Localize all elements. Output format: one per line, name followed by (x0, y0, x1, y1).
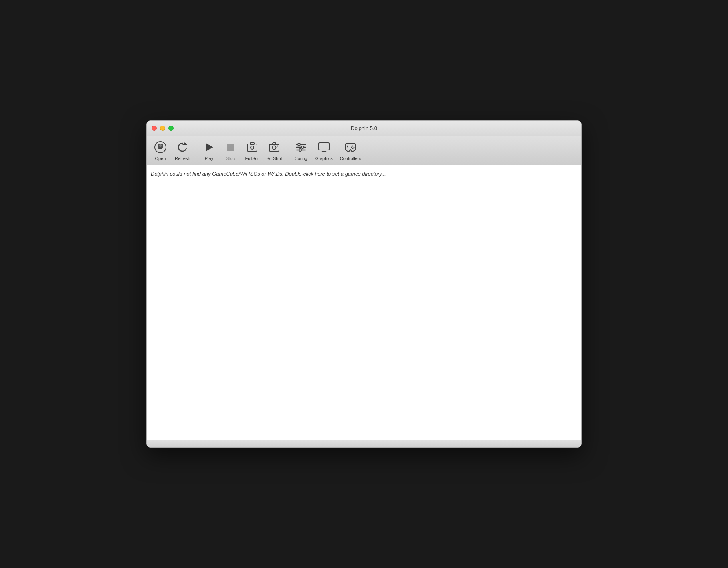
svg-point-19 (299, 149, 301, 151)
svg-point-27 (351, 147, 352, 148)
monitor-icon (317, 140, 331, 154)
gamepad-icon (343, 140, 358, 154)
scrshot-button[interactable]: ScrShot (263, 138, 285, 162)
title-bar: Dolphin 5.0 (147, 121, 581, 136)
open-label: Open (155, 156, 166, 161)
status-bar (147, 440, 581, 447)
controllers-button[interactable]: Controllers (337, 138, 364, 162)
open-disc-icon (153, 140, 168, 154)
graphics-button[interactable]: Graphics (312, 138, 336, 162)
close-button[interactable] (152, 126, 157, 131)
fullscreen-icon (245, 140, 259, 154)
divider-2 (288, 140, 288, 160)
svg-marker-6 (206, 143, 213, 151)
refresh-button[interactable]: Refresh (172, 138, 194, 162)
controllers-label: Controllers (340, 156, 361, 161)
config-label: Config (295, 156, 307, 161)
svg-point-28 (352, 148, 354, 149)
divider-1 (196, 140, 196, 160)
play-button[interactable]: Play (199, 138, 220, 162)
refresh-label: Refresh (175, 156, 190, 161)
config-sliders-icon (294, 140, 308, 154)
stop-label: Stop (226, 156, 235, 161)
svg-marker-5 (182, 142, 187, 145)
dolphin-window: Dolphin 5.0 Open (146, 120, 582, 448)
graphics-label: Graphics (315, 156, 333, 161)
svg-point-25 (352, 146, 354, 147)
stop-icon (224, 140, 238, 154)
svg-rect-8 (247, 144, 257, 151)
minimize-button[interactable] (160, 126, 165, 131)
svg-rect-7 (227, 144, 234, 151)
fullscr-label: FullScr (245, 156, 259, 161)
svg-point-12 (273, 146, 276, 150)
camera-icon (267, 140, 281, 154)
svg-point-17 (298, 143, 300, 146)
stop-button[interactable]: Stop (220, 138, 241, 162)
svg-point-26 (354, 147, 355, 148)
maximize-button[interactable] (168, 126, 174, 131)
svg-point-13 (277, 146, 278, 147)
svg-rect-4 (158, 148, 159, 149)
svg-point-3 (159, 144, 162, 147)
svg-point-10 (251, 146, 254, 149)
content-area[interactable]: Dolphin could not find any GameCube/Wii … (147, 165, 581, 440)
open-button[interactable]: Open (150, 138, 171, 162)
play-icon (202, 140, 216, 154)
config-button[interactable]: Config (291, 138, 311, 162)
toolbar: Open Refresh Play (147, 136, 581, 165)
window-title: Dolphin 5.0 (351, 125, 377, 131)
scrshot-label: ScrShot (267, 156, 282, 161)
refresh-icon (175, 140, 190, 154)
window-controls (152, 126, 174, 131)
no-games-message[interactable]: Dolphin could not find any GameCube/Wii … (147, 165, 581, 182)
play-label: Play (205, 156, 213, 161)
svg-rect-20 (319, 143, 329, 150)
svg-rect-24 (348, 146, 348, 148)
fullscr-button[interactable]: FullScr (242, 138, 263, 162)
svg-point-18 (301, 146, 304, 148)
